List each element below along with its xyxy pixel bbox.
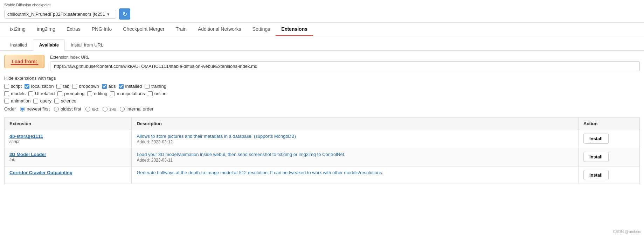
- tag-label-online: online: [154, 91, 167, 96]
- chevron-down-icon: ▾: [107, 12, 110, 17]
- tag-checkbox-manipulations[interactable]: [110, 91, 115, 96]
- refresh-button[interactable]: ↻: [119, 8, 130, 20]
- tag-ads[interactable]: ads: [102, 84, 116, 89]
- tag-dropdown[interactable]: dropdown: [72, 84, 99, 89]
- tag-checkbox-ads[interactable]: [102, 84, 107, 89]
- table-row: Corridor Crawler OutpaintingGenerate hal…: [5, 166, 640, 184]
- order-section: Order newest firstoldest firsta-zz-ainte…: [4, 106, 640, 112]
- tag-label-script: script: [11, 84, 22, 89]
- main-tab-txt2img[interactable]: txt2img: [4, 23, 31, 36]
- tag-checkbox-ui-related[interactable]: [28, 91, 33, 96]
- ext-name-link[interactable]: 3D Model Loader: [9, 152, 126, 157]
- tag-ui-related[interactable]: UI related: [28, 91, 55, 96]
- content-area: Load from: Extension index URL Hide exte…: [0, 51, 644, 188]
- main-tabs: txt2imgimg2imgExtrasPNG InfoCheckpoint M…: [0, 23, 644, 36]
- install-button[interactable]: Install: [583, 170, 609, 180]
- tag-checkbox-localization[interactable]: [25, 84, 29, 89]
- tag-installed[interactable]: installed: [119, 84, 142, 89]
- tag-label-localization: localization: [31, 84, 54, 89]
- url-field-label: Extension index URL: [50, 55, 640, 60]
- main-tab-additional-networks[interactable]: Additional Networks: [192, 23, 247, 36]
- tag-tab[interactable]: tab: [56, 84, 69, 89]
- tag-checkbox-query[interactable]: [33, 99, 38, 104]
- install-button[interactable]: Install: [583, 134, 609, 144]
- tag-localization[interactable]: localization: [25, 84, 54, 89]
- tag-training[interactable]: training: [145, 84, 166, 89]
- main-tab-extras[interactable]: Extras: [61, 23, 86, 36]
- main-tab-settings[interactable]: Settings: [247, 23, 276, 36]
- sub-tab-install-from-url[interactable]: Install from URL: [65, 39, 109, 50]
- ext-name-link[interactable]: Corridor Crawler Outpainting: [9, 170, 126, 175]
- tag-checkbox-installed[interactable]: [119, 84, 124, 89]
- url-field-container: Extension index URL: [50, 55, 640, 71]
- top-bar: Stable Diffusion checkpoint chilloutmix_…: [0, 0, 644, 23]
- tag-online[interactable]: online: [148, 91, 167, 96]
- tag-label-manipulations: manipulations: [117, 91, 145, 96]
- checkpoint-label: Stable Diffusion checkpoint: [4, 3, 640, 7]
- hide-label: Hide extensions with tags: [4, 76, 640, 81]
- order-oldest-first[interactable]: oldest first: [54, 106, 81, 112]
- order-radio-z-a[interactable]: [103, 107, 108, 112]
- tag-label-prompting: prompting: [64, 91, 84, 96]
- tag-label-installed: installed: [125, 84, 142, 89]
- tag-label-models: models: [11, 91, 26, 96]
- checkpoint-row: chilloutmix_NiPrunedFp32Fix.safetensors …: [4, 8, 640, 20]
- ext-action-cell: Install: [578, 148, 639, 166]
- ext-tag: tab: [9, 157, 15, 162]
- tag-models[interactable]: models: [4, 91, 26, 96]
- order-label-z-a: z-a: [109, 106, 116, 112]
- tag-checkbox-dropdown[interactable]: [72, 84, 77, 89]
- tag-checkbox-tab[interactable]: [56, 84, 61, 89]
- tag-prompting[interactable]: prompting: [57, 91, 84, 96]
- order-radio-oldest-first[interactable]: [54, 107, 59, 112]
- tag-checkbox-script[interactable]: [4, 84, 9, 89]
- tag-script[interactable]: script: [4, 84, 22, 89]
- ext-added-date: Added: 2023-03-11: [137, 158, 573, 163]
- tag-checkbox-science[interactable]: [54, 99, 59, 104]
- ext-name-cell: db-storage1111script: [5, 130, 132, 148]
- checkpoint-select[interactable]: chilloutmix_NiPrunedFp32Fix.safetensors …: [4, 10, 116, 19]
- order-a-z[interactable]: a-z: [85, 106, 98, 112]
- tag-checkbox-editing[interactable]: [87, 91, 92, 96]
- ext-name-link[interactable]: db-storage1111: [9, 134, 126, 139]
- sub-tab-installed[interactable]: Installed: [4, 39, 33, 50]
- main-tab-png-info[interactable]: PNG Info: [86, 23, 118, 36]
- order-internal-order[interactable]: internal order: [120, 106, 153, 112]
- refresh-icon: ↻: [123, 11, 127, 17]
- install-button[interactable]: Install: [583, 152, 609, 162]
- tag-checkbox-training[interactable]: [145, 84, 150, 89]
- sub-tab-available[interactable]: Available: [33, 39, 65, 51]
- tag-checkbox-animation[interactable]: [4, 99, 9, 104]
- tag-checkbox-prompting[interactable]: [57, 91, 62, 96]
- tag-label-ads: ads: [109, 84, 116, 89]
- main-tab-img2img[interactable]: img2img: [31, 23, 61, 36]
- main-tab-train[interactable]: Train: [170, 23, 192, 36]
- ext-tag: script: [9, 139, 20, 144]
- table-row: db-storage1111scriptAllows to store pict…: [5, 130, 640, 148]
- ext-desc: Generate hallways at the depth-to-image …: [137, 170, 383, 175]
- tag-editing[interactable]: editing: [87, 91, 107, 96]
- order-z-a[interactable]: z-a: [103, 106, 116, 112]
- order-label-oldest-first: oldest first: [61, 106, 81, 112]
- main-tab-extensions[interactable]: Extensions: [276, 23, 313, 36]
- load-from-button[interactable]: Load from:: [4, 55, 44, 68]
- tag-science[interactable]: science: [54, 98, 76, 104]
- tag-query[interactable]: query: [33, 98, 51, 104]
- table-header-extension: Extension: [5, 118, 132, 130]
- extension-index-url-input[interactable]: [50, 61, 640, 71]
- table-header-description: Description: [132, 118, 578, 130]
- order-radio-newest-first[interactable]: [20, 107, 25, 112]
- tag-label-science: science: [61, 98, 76, 104]
- order-newest-first[interactable]: newest first: [20, 106, 50, 112]
- order-radio-a-z[interactable]: [85, 107, 90, 112]
- tag-animation[interactable]: animation: [4, 98, 30, 104]
- watermark: CSDN @neilooo: [613, 229, 641, 234]
- tags-row-1: scriptlocalizationtabdropdownadsinstalle…: [4, 84, 640, 89]
- tag-manipulations[interactable]: manipulations: [110, 91, 145, 96]
- url-row: Load from: Extension index URL: [4, 55, 640, 71]
- order-radio-internal-order[interactable]: [120, 107, 125, 112]
- tag-checkbox-models[interactable]: [4, 91, 9, 96]
- main-tab-checkpoint-merger[interactable]: Checkpoint Merger: [117, 23, 170, 36]
- ext-name-cell: 3D Model Loadertab: [5, 148, 132, 166]
- tag-checkbox-online[interactable]: [148, 91, 153, 96]
